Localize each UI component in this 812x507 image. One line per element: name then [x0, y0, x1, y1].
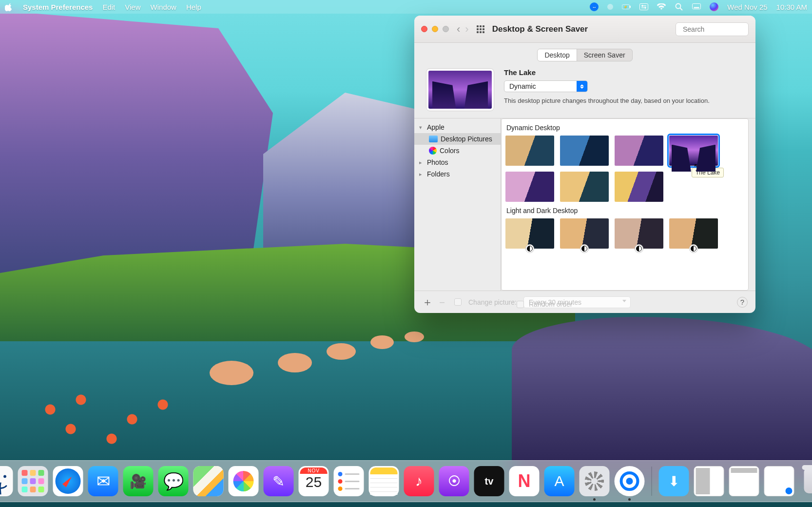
dock-app-reminders[interactable]	[334, 466, 364, 496]
random-order-checkbox[interactable]	[517, 301, 524, 308]
dock-app-notes[interactable]	[369, 466, 399, 496]
forward-button[interactable]: ›	[465, 23, 468, 36]
dock-app-facetime[interactable]: 🎥	[123, 466, 154, 496]
tab-selector: Desktop Screen Saver	[537, 49, 632, 61]
disclosure-triangle-icon: ▾	[419, 124, 424, 131]
window-controls	[421, 26, 449, 32]
sidebar-group-label: Folders	[427, 170, 450, 178]
dock-trash[interactable]	[799, 466, 812, 496]
dock-app-music[interactable]: ♪	[404, 466, 434, 496]
disclosure-triangle-icon: ▸	[419, 159, 424, 166]
color-wheel-icon	[429, 147, 437, 155]
dock-app-tv[interactable]: tv	[474, 466, 504, 496]
dock-minimized-window-2[interactable]	[729, 466, 759, 496]
svg-point-15	[3, 475, 6, 478]
chevron-updown-icon	[577, 81, 587, 92]
thumb-the-cliffs[interactable]	[615, 136, 663, 166]
sidebar-item-desktop-pictures[interactable]: Desktop Pictures	[414, 133, 501, 145]
tab-desktop[interactable]: Desktop	[538, 49, 577, 61]
wifi-icon[interactable]	[657, 3, 666, 10]
search-input[interactable]	[683, 25, 755, 33]
thumb-the-desert[interactable]	[505, 172, 554, 202]
dock-app-finder[interactable]	[0, 466, 13, 496]
menu-view[interactable]: View	[125, 3, 140, 11]
dock-app-system-preferences[interactable]	[580, 466, 610, 496]
section-title: Dynamic Desktop	[506, 124, 743, 132]
dock-minimized-window-1[interactable]	[694, 466, 724, 496]
add-folder-button[interactable]: ＋	[422, 297, 433, 308]
menu-edit[interactable]: Edit	[102, 3, 115, 11]
bottom-bar: ＋ － Change picture: Every 30 minutes ?	[414, 291, 755, 313]
dock-app-launchpad[interactable]	[18, 466, 48, 496]
teamviewer-status-icon[interactable]: ↔	[590, 2, 599, 11]
wallpaper-gallery: Dynamic Desktop ↖ The Lake Light and Dar…	[501, 118, 749, 291]
remove-folder-button[interactable]: －	[437, 297, 447, 308]
thumb-catalina[interactable]	[560, 136, 609, 166]
app-menu[interactable]: System Preferences	[23, 3, 93, 11]
wallpaper-name: The Lake	[504, 68, 744, 77]
thumb-solar[interactable]	[615, 172, 663, 202]
menu-help[interactable]: Help	[186, 3, 201, 11]
siri-icon[interactable]	[710, 2, 718, 11]
keyboard-input-icon[interactable]	[692, 3, 701, 10]
menubar-time[interactable]: 10:30 AM	[776, 3, 807, 11]
appearance-badge-icon	[580, 244, 589, 253]
show-all-button[interactable]	[477, 25, 484, 33]
thumb-light-dark-1[interactable]	[505, 218, 554, 249]
thumb-light-dark-3[interactable]	[615, 218, 663, 249]
zoom-button[interactable]	[443, 26, 449, 32]
sidebar-group-apple[interactable]: ▾ Apple	[414, 121, 501, 133]
sidebar-group-label: Photos	[427, 158, 448, 166]
dock-app-appstore[interactable]: A	[544, 466, 575, 496]
search-field[interactable]	[676, 22, 749, 36]
status-dot-icon[interactable]	[607, 4, 613, 10]
dock-separator	[652, 467, 652, 496]
change-picture-checkbox[interactable]	[454, 298, 462, 306]
menu-window[interactable]: Window	[151, 3, 176, 11]
dock-minimized-window-3[interactable]	[764, 466, 794, 496]
calendar-month: NOV	[300, 468, 328, 474]
sidebar-item-colors[interactable]: Colors	[414, 145, 501, 156]
dock-app-news[interactable]: N	[509, 466, 540, 496]
close-button[interactable]	[421, 26, 427, 32]
tab-screensaver[interactable]: Screen Saver	[577, 49, 632, 61]
back-button[interactable]: ‹	[457, 23, 460, 36]
random-order-label: Random order	[529, 300, 573, 308]
dock-app-feedback[interactable]: ✎	[264, 466, 294, 496]
thumb-big-sur[interactable]	[505, 136, 554, 166]
sidebar-item-label: Desktop Pictures	[441, 135, 492, 143]
thumb-the-lake[interactable]: ↖ The Lake	[669, 136, 718, 166]
svg-rect-11	[694, 7, 699, 8]
dock-app-mail[interactable]: ✉︎	[88, 466, 118, 496]
spotlight-icon[interactable]	[675, 3, 683, 10]
thumb-light-dark-2[interactable]	[560, 218, 609, 249]
wallpaper-mode-select[interactable]: Dynamic	[504, 80, 588, 92]
dock-app-photos[interactable]	[229, 466, 259, 496]
svg-rect-1	[630, 6, 631, 8]
wallpaper-description: This desktop picture changes throughout …	[504, 97, 744, 104]
control-center-icon[interactable]	[639, 3, 648, 10]
dock-app-safari[interactable]	[53, 466, 83, 496]
dock-app-maps[interactable]	[193, 466, 224, 496]
thumb-light-dark-4[interactable]	[669, 218, 718, 249]
sidebar-group-label: Apple	[427, 123, 445, 131]
menubar-date[interactable]: Wed Nov 25	[727, 3, 767, 11]
dock-app-messages[interactable]: 💬	[158, 466, 189, 496]
apple-menu-icon[interactable]	[5, 3, 13, 11]
dock-app-calendar[interactable]: NOV 25	[299, 466, 329, 496]
source-sidebar: ▾ Apple Desktop Pictures Colors ▸ Photos…	[414, 118, 501, 291]
sidebar-group-folders[interactable]: ▸ Folders	[414, 168, 501, 180]
sidebar-group-photos[interactable]: ▸ Photos	[414, 156, 501, 168]
minimize-button[interactable]	[432, 26, 438, 32]
disclosure-triangle-icon: ▸	[419, 171, 424, 177]
dock-app-podcasts[interactable]: ⦿	[439, 466, 469, 496]
thumb-the-beach[interactable]	[560, 172, 609, 202]
dock-app-teamviewer[interactable]	[615, 466, 645, 496]
dock-stack-downloads[interactable]: ⬇	[659, 466, 689, 496]
svg-point-6	[645, 7, 646, 9]
section-title: Light and Dark Desktop	[506, 207, 743, 214]
svg-point-8	[676, 4, 681, 9]
battery-icon[interactable]: ⚡	[622, 3, 631, 10]
wallpaper-preview	[426, 68, 494, 111]
help-button[interactable]: ?	[737, 297, 748, 308]
